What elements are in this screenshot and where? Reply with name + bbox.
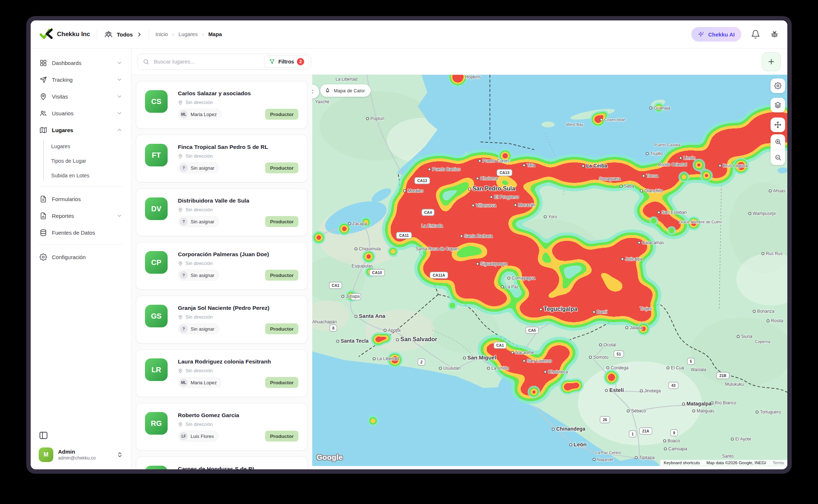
place-card[interactable]: FT Finca Tropical San Pedro S de RL Sin … — [136, 135, 307, 182]
sidebar-item-visitas[interactable]: Visitas — [36, 88, 126, 105]
svg-text:San Lorenzo: San Lorenzo — [527, 358, 552, 363]
place-card[interactable]: CS Carlos Salazar y asociados Sin direcc… — [136, 81, 307, 129]
svg-text:Rosita: Rosita — [771, 318, 783, 323]
zoom-in-icon — [775, 138, 781, 145]
users-icon — [39, 109, 47, 117]
map-settings-button[interactable] — [771, 78, 785, 93]
ai-button-label: Chekku AI — [708, 31, 735, 38]
zoom-out-button[interactable] — [771, 150, 785, 165]
map-icon — [39, 126, 47, 134]
assignee-chip[interactable]: ML Maria Lopez — [178, 109, 222, 120]
place-card[interactable]: CH Carnes de Honduras S de RL Sin direcc… — [136, 457, 307, 469]
org-switcher[interactable]: Todos — [104, 30, 142, 39]
svg-text:Nagarote: Nagarote — [597, 457, 614, 462]
sidebar-item-usuarios[interactable]: Usuarios — [36, 105, 126, 122]
org-label: Todos — [117, 31, 133, 38]
place-card[interactable]: DV Distribuidora Valle de Sula Sin direc… — [136, 188, 307, 236]
assignee-chip[interactable]: ML Maria Lopez — [178, 377, 222, 388]
sidebar-item-formularios[interactable]: Formularios — [36, 191, 126, 207]
sidebar-collapse-icon[interactable] — [39, 431, 48, 440]
svg-text:Catacamas: Catacamas — [642, 240, 664, 245]
sidebar-subitem-subida-en-lotes[interactable]: Subida en Lotes — [47, 168, 126, 183]
place-info: Roberto Gomez Garcia Sin dirección LF Lu… — [178, 412, 298, 442]
map-layers-button[interactable] — [771, 98, 785, 112]
svg-text:Villanueva: Villanueva — [476, 203, 496, 208]
svg-text:Poptún: Poptún — [371, 116, 385, 121]
notifications-bell-icon[interactable] — [751, 30, 760, 39]
assignee-chip[interactable]: ? Sin asignar — [178, 323, 219, 334]
sidebar-item-lugares[interactable]: Lugares — [36, 122, 126, 138]
search-input[interactable] — [153, 58, 260, 65]
assignee-chip[interactable]: ? Sin asignar — [178, 162, 219, 173]
sidebar-item-label: Configuración — [52, 254, 122, 260]
assignee-name: Sin asignar — [191, 219, 214, 224]
place-card[interactable]: GS Granja Sol Naciente (Pedro Perez) Sin… — [136, 296, 307, 343]
svg-text:Waslala: Waslala — [691, 367, 706, 372]
breadcrumb-inicio[interactable]: Inicio — [156, 31, 168, 37]
sidebar-subitem-lugares[interactable]: Lugares — [47, 139, 126, 154]
zoom-in-button[interactable] — [771, 134, 785, 150]
place-address-row: Sin dirección — [178, 314, 298, 320]
brand[interactable]: Chekku Inc — [39, 27, 90, 42]
svg-text:Siuna: Siuna — [741, 334, 752, 339]
place-card[interactable]: CP Corporación Palmeras (Juan Doe) Sin d… — [136, 242, 307, 290]
place-footer: ? Sin asignar Productor — [178, 216, 298, 227]
sidebar-item-label: Fuentes de Datos — [52, 230, 122, 236]
sidebar-item-label: Tracking — [52, 77, 112, 83]
add-place-button[interactable] — [762, 52, 781, 71]
place-type-badge: Productor — [265, 216, 298, 227]
place-name: Distribuidora Valle de Sula — [178, 197, 298, 204]
svg-text:Bonito Oriental: Bonito Oriental — [658, 162, 687, 167]
sidebar-item-dashboards[interactable]: Dashboards — [36, 54, 126, 71]
sidebar-item-label: Reportes — [52, 213, 112, 219]
svg-text:Santa Tecla: Santa Tecla — [341, 338, 369, 344]
place-card[interactable]: LR Laura Rodriguez colonia Fesitranh Sin… — [136, 349, 307, 397]
place-name: Carlos Salazar y asociados — [178, 90, 298, 96]
team-icon — [104, 30, 113, 39]
gear-icon — [39, 253, 47, 261]
header-actions: Chekku AI — [691, 27, 779, 42]
grid-icon — [39, 59, 47, 67]
place-card[interactable]: RG Roberto Gomez Garcia Sin dirección LF… — [136, 403, 307, 451]
svg-text:La Libertad: La Libertad — [377, 356, 399, 361]
svg-text:CA5: CA5 — [528, 328, 536, 332]
map-canvas[interactable]: CA13 CA13 CA4 CA11 CA10 CA11A CA1 CA1 12… — [312, 75, 787, 466]
svg-text:Santa Ana: Santa Ana — [359, 313, 386, 319]
sidebar-item-tracking[interactable]: Tracking — [36, 71, 126, 88]
terms-link[interactable]: Terms — [769, 460, 787, 466]
svg-text:Siguatepeque: Siguatepeque — [481, 261, 508, 266]
assignee-chip[interactable]: ? Sin asignar — [178, 270, 219, 281]
chekku-ai-button[interactable]: Chekku AI — [691, 27, 741, 42]
map-pan-button[interactable] — [771, 118, 785, 132]
svg-text:Yoro: Yoro — [548, 214, 557, 219]
svg-text:Santa Barbara: Santa Barbara — [465, 234, 493, 239]
svg-text:26: 26 — [603, 418, 607, 422]
debug-bug-icon[interactable] — [770, 30, 779, 39]
sidebar-item-configuraci-n[interactable]: Configuración — [36, 249, 126, 265]
user-menu[interactable]: M Admin admin@chekku.co — [36, 445, 126, 464]
sidebar-item-label: Formularios — [52, 196, 122, 202]
sidebar-item-reportes[interactable]: Reportes — [36, 207, 126, 224]
map-pin-icon — [178, 261, 183, 266]
send-icon — [39, 76, 47, 84]
map-attribution: Keyboard shortcuts Map data ©2026 Google… — [660, 459, 787, 466]
place-footer: ML Maria Lopez Productor — [178, 377, 298, 388]
sidebar-item-label: Visitas — [52, 93, 112, 100]
place-address-row: Sin dirección — [178, 422, 298, 427]
sidebar-item-fuentes-de-datos[interactable]: Fuentes de Datos — [36, 224, 126, 241]
map-pin-icon — [178, 315, 183, 320]
svg-text:51: 51 — [617, 352, 621, 356]
svg-text:Sébaco: Sébaco — [631, 408, 646, 413]
place-list[interactable]: CS Carlos Salazar y asociados Sin direcc… — [131, 75, 312, 469]
svg-text:CA11: CA11 — [399, 234, 409, 238]
sidebar-subitem-tipos-de-lugar[interactable]: Tipos de Lugar — [47, 154, 126, 168]
assignee-chip[interactable]: ? Sin asignar — [178, 216, 219, 227]
assignee-chip[interactable]: LF Luis Flores — [178, 431, 219, 442]
breadcrumb-lugares[interactable]: Lugares — [179, 31, 198, 37]
svg-text:43: 43 — [671, 384, 676, 388]
place-address: Sin dirección — [186, 100, 213, 105]
assignee-avatar: LF — [180, 432, 188, 440]
svg-text:Guanaja: Guanaja — [654, 105, 670, 111]
keyboard-shortcuts-link[interactable]: Keyboard shortcuts — [660, 460, 703, 466]
filters-button[interactable]: Filtros 2 — [264, 55, 309, 68]
